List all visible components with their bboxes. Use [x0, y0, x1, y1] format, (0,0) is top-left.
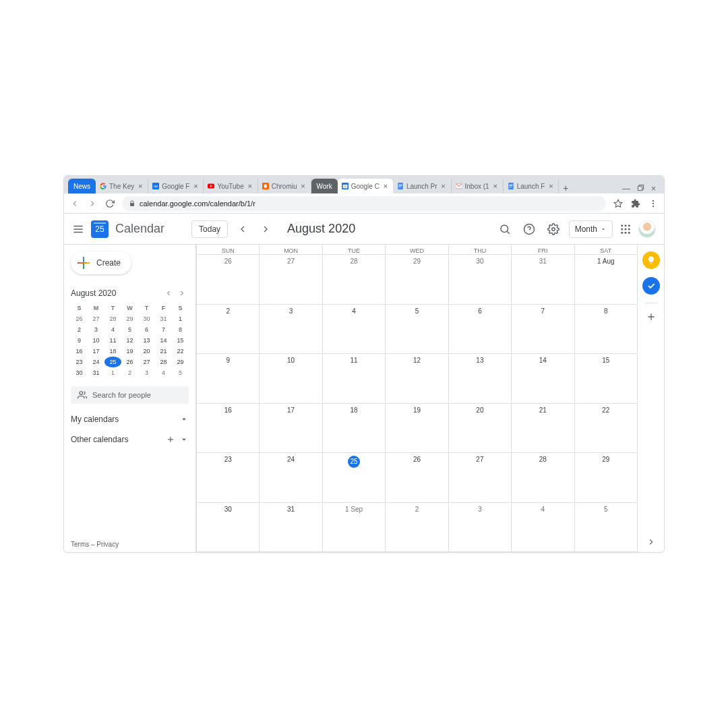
tab-group-news[interactable]: News	[68, 179, 96, 193]
day-cell[interactable]: 20	[448, 404, 511, 453]
mini-day-cell[interactable]: 17	[88, 346, 104, 357]
mini-day-cell[interactable]: 20	[138, 346, 155, 357]
mini-day-cell[interactable]: 7	[155, 324, 172, 335]
mini-day-cell[interactable]: 3	[88, 324, 104, 335]
day-cell[interactable]: 4	[322, 305, 385, 354]
mini-day-cell[interactable]: 5	[121, 324, 138, 335]
mini-day-cell[interactable]: 1	[172, 313, 189, 324]
day-cell[interactable]: 2	[385, 503, 448, 552]
close-icon[interactable]: ×	[247, 183, 253, 189]
mini-day-cell[interactable]: 29	[121, 313, 138, 324]
star-icon[interactable]	[613, 199, 624, 208]
mini-day-cell[interactable]: 5	[172, 367, 189, 378]
mini-day-cell[interactable]: 12	[121, 335, 138, 346]
day-cell[interactable]: 1 Sep	[322, 503, 385, 552]
close-icon[interactable]: ×	[547, 183, 554, 189]
day-cell[interactable]: 31	[259, 503, 322, 552]
minimize-icon[interactable]: —	[622, 184, 630, 193]
help-icon[interactable]	[520, 220, 538, 238]
day-cell[interactable]: 28	[511, 453, 574, 502]
tab-group-work[interactable]: Work	[311, 179, 338, 193]
day-cell[interactable]: 31	[511, 255, 574, 304]
mini-calendar[interactable]: SMTWTFS 26272829303112345678910111213141…	[71, 303, 189, 378]
mini-day-cell[interactable]: 13	[138, 335, 155, 346]
mini-next-button[interactable]	[175, 288, 189, 299]
day-cell[interactable]: 3	[448, 503, 511, 552]
close-icon[interactable]: ×	[492, 183, 499, 189]
today-button[interactable]: Today	[191, 220, 228, 238]
browser-tab[interactable]: GBGoogle F×	[148, 179, 204, 193]
mini-day-cell[interactable]: 18	[104, 346, 121, 357]
settings-icon[interactable]	[545, 220, 562, 238]
day-cell[interactable]: 19	[385, 404, 448, 453]
close-icon[interactable]: ×	[137, 183, 144, 189]
my-calendars-section[interactable]: My calendars	[71, 415, 189, 424]
browser-tab[interactable]: Launch Pr×	[393, 179, 452, 193]
close-icon[interactable]: ×	[192, 183, 199, 189]
day-cell[interactable]: 29	[574, 453, 637, 502]
mini-day-cell[interactable]: 6	[138, 324, 155, 335]
avatar[interactable]	[638, 220, 656, 238]
add-calendar-button[interactable]	[166, 435, 175, 444]
mini-day-cell[interactable]: 4	[155, 367, 172, 378]
mini-day-cell[interactable]: 26	[121, 357, 138, 367]
browser-tab[interactable]: Chromiu×	[258, 179, 311, 193]
terms-link[interactable]: Terms	[71, 541, 89, 548]
day-cell[interactable]: 28	[322, 255, 385, 304]
reload-icon[interactable]	[104, 199, 115, 208]
mini-day-cell[interactable]: 29	[172, 357, 189, 367]
browser-tab[interactable]: Inbox (1×	[452, 179, 504, 193]
menu-icon[interactable]	[72, 223, 84, 235]
mini-day-cell[interactable]: 14	[155, 335, 172, 346]
mini-day-cell[interactable]: 28	[155, 357, 172, 367]
mini-day-cell[interactable]: 3	[138, 367, 155, 378]
day-cell[interactable]: 26	[385, 453, 448, 502]
day-cell[interactable]: 25	[322, 453, 385, 502]
mini-day-cell[interactable]: 24	[88, 357, 104, 367]
day-cell[interactable]: 7	[511, 305, 574, 354]
more-icon[interactable]	[648, 199, 659, 208]
day-cell[interactable]: 30	[448, 255, 511, 304]
other-calendars-section[interactable]: Other calendars	[71, 435, 189, 444]
day-cell[interactable]: 4	[511, 503, 574, 552]
browser-tab[interactable]: Launch F×	[504, 179, 559, 193]
day-cell[interactable]: 29	[385, 255, 448, 304]
close-icon[interactable]: ×	[382, 183, 389, 189]
day-cell[interactable]: 27	[448, 453, 511, 502]
day-cell[interactable]: 14	[511, 354, 574, 403]
day-cell[interactable]: 18	[322, 404, 385, 453]
day-cell[interactable]: 2	[196, 305, 259, 354]
mini-day-cell[interactable]: 26	[71, 313, 88, 324]
close-window-icon[interactable]: ×	[651, 184, 656, 193]
new-tab-button[interactable]: +	[559, 183, 572, 193]
mini-day-cell[interactable]: 30	[71, 367, 88, 378]
day-cell[interactable]: 12	[385, 354, 448, 403]
forward-icon[interactable]	[87, 199, 98, 208]
day-cell[interactable]: 16	[196, 404, 259, 453]
mini-day-cell[interactable]: 25	[104, 357, 121, 367]
browser-tab[interactable]: YouTube×	[204, 179, 257, 193]
close-icon[interactable]: ×	[300, 183, 307, 189]
day-cell[interactable]: 5	[574, 503, 637, 552]
mini-day-cell[interactable]: 19	[121, 346, 138, 357]
mini-day-cell[interactable]: 22	[172, 346, 189, 357]
close-icon[interactable]: ×	[440, 183, 447, 189]
mini-day-cell[interactable]: 31	[155, 313, 172, 324]
day-cell[interactable]: 30	[196, 503, 259, 552]
search-people-input[interactable]: Search for people	[71, 386, 189, 404]
mini-day-cell[interactable]: 31	[88, 367, 104, 378]
day-cell[interactable]: 27	[259, 255, 322, 304]
mini-prev-button[interactable]	[162, 288, 175, 299]
mini-day-cell[interactable]: 2	[71, 324, 88, 335]
mini-day-cell[interactable]: 9	[71, 335, 88, 346]
mini-day-cell[interactable]: 15	[172, 335, 189, 346]
mini-day-cell[interactable]: 27	[138, 357, 155, 367]
day-cell[interactable]: 26	[196, 255, 259, 304]
day-cell[interactable]: 23	[196, 453, 259, 502]
mini-day-cell[interactable]: 4	[104, 324, 121, 335]
day-cell[interactable]: 10	[259, 354, 322, 403]
search-icon[interactable]	[496, 220, 514, 238]
mini-day-cell[interactable]: 16	[71, 346, 88, 357]
day-cell[interactable]: 9	[196, 354, 259, 403]
mini-day-cell[interactable]: 10	[88, 335, 104, 346]
